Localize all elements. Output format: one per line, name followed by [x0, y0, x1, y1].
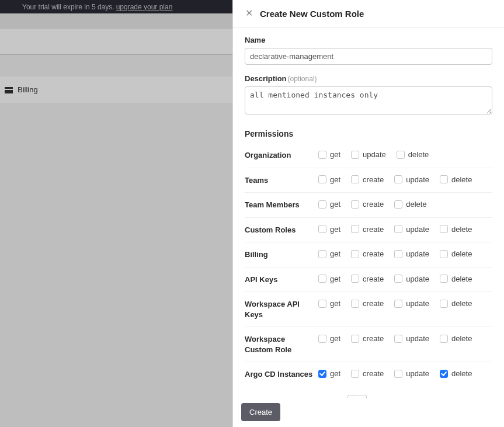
perm-ws-api-keys-get[interactable]: get — [318, 299, 340, 308]
perm-billing-delete[interactable]: delete — [440, 249, 472, 258]
perm-row-workspace-api-keys: Workspace API Keys get create update del… — [245, 292, 492, 327]
permissions-heading: Permissions — [245, 129, 492, 138]
perm-argocd-delete[interactable]: delete — [440, 369, 472, 378]
perm-ws-custom-role-delete[interactable]: delete — [440, 334, 472, 343]
perm-row-argocd-instances: Argo CD Instances get create update dele… — [245, 362, 492, 387]
perm-ws-api-keys-delete[interactable]: delete — [440, 299, 472, 308]
perm-row-organization: Organization get update delete — [245, 143, 492, 168]
perm-custom-roles-get[interactable]: get — [318, 225, 340, 234]
perm-team-members-create[interactable]: create — [351, 200, 384, 209]
perm-teams-update[interactable]: update — [394, 175, 429, 184]
perm-team-members-get[interactable]: get — [318, 200, 340, 209]
perm-billing-get[interactable]: get — [318, 249, 340, 258]
perm-row-teams: Teams get create update delete — [245, 168, 492, 193]
create-custom-role-panel: ✕ Create New Custom Role Name Descriptio… — [232, 0, 504, 427]
perm-organization-delete[interactable]: delete — [397, 150, 429, 159]
optional-hint: (optional) — [288, 75, 317, 83]
perm-organization-get[interactable]: get — [318, 150, 340, 159]
perm-name: Billing — [245, 249, 318, 260]
perm-row-workspace-custom-role: Workspace Custom Role get create update … — [245, 327, 492, 362]
perm-row-api-keys: API Keys get create update delete — [245, 268, 492, 293]
perm-custom-roles-delete[interactable]: delete — [440, 225, 472, 234]
perm-argocd-create[interactable]: create — [351, 369, 384, 378]
panel-body: Name Description(optional) Permissions O… — [233, 27, 504, 398]
name-input[interactable] — [245, 48, 492, 65]
perm-ws-api-keys-update[interactable]: update — [394, 299, 429, 308]
perm-custom-roles-create[interactable]: create — [351, 225, 384, 234]
create-button[interactable]: Create — [241, 403, 280, 421]
description-label: Description(optional) — [245, 74, 492, 83]
perm-name: Teams — [245, 175, 318, 186]
panel-footer: Create — [233, 398, 504, 427]
perm-row-team-members: Team Members get create delete — [245, 193, 492, 218]
perm-billing-create[interactable]: create — [351, 249, 384, 258]
perm-api-keys-get[interactable]: get — [318, 275, 340, 283]
perm-teams-create[interactable]: create — [351, 175, 384, 184]
perm-api-keys-delete[interactable]: delete — [440, 275, 472, 283]
perm-api-keys-update[interactable]: update — [394, 275, 429, 283]
perm-ws-custom-role-create[interactable]: create — [351, 334, 384, 343]
panel-title: Create New Custom Role — [260, 9, 364, 19]
name-label: Name — [245, 36, 492, 44]
perm-name: Workspace Custom Role — [245, 334, 318, 355]
perm-argocd-update[interactable]: update — [394, 369, 429, 378]
perm-teams-get[interactable]: get — [318, 175, 340, 184]
perm-api-keys-create[interactable]: create — [351, 275, 384, 283]
perm-argocd-get[interactable]: get — [318, 369, 340, 378]
perm-ws-custom-role-get[interactable]: get — [318, 334, 340, 343]
panel-header: ✕ Create New Custom Role — [233, 0, 504, 27]
perm-custom-roles-update[interactable]: update — [394, 225, 429, 234]
perm-ws-api-keys-create[interactable]: create — [351, 299, 384, 308]
perm-row-billing: Billing get create update delete — [245, 242, 492, 268]
perm-name: Workspace API Keys — [245, 299, 318, 320]
perm-team-members-delete[interactable]: delete — [394, 200, 426, 209]
perm-billing-update[interactable]: update — [394, 249, 429, 258]
perm-row-custom-roles: Custom Roles get create update delete — [245, 218, 492, 243]
perm-name: Organization — [245, 150, 318, 161]
perm-name: Argo CD Instances — [245, 369, 318, 380]
close-icon[interactable]: ✕ — [244, 8, 254, 19]
perm-name: API Keys — [245, 275, 318, 285]
perm-teams-delete[interactable]: delete — [440, 175, 472, 184]
perm-name: Custom Roles — [245, 225, 318, 235]
description-input[interactable] — [245, 86, 492, 114]
perm-organization-update[interactable]: update — [351, 150, 386, 159]
perm-ws-custom-role-update[interactable]: update — [394, 334, 429, 343]
perm-name: Team Members — [245, 200, 318, 210]
